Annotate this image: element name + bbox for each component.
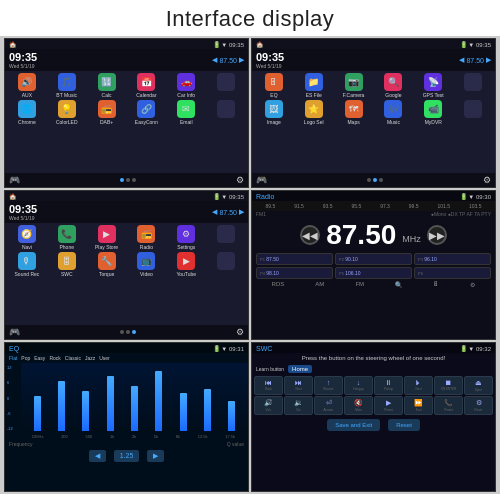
app-empty-5 [207,225,245,250]
preset-6[interactable]: P6 [414,267,491,279]
app-music[interactable]: 🎶Music [374,100,412,125]
screen-3: 🏠 🔋 ▼ 09:35 09:35 Wed 5/1/19 ◀87.50▶ 🧭Na… [4,190,249,340]
app-mydvr[interactable]: 📹MyDVR [414,100,452,125]
radio-next-btn[interactable]: ▶▶ [427,225,447,245]
swc-btn-prev[interactable]: ▶Preset [374,396,403,415]
app-gpstest[interactable]: 📡GPS Test [414,73,452,98]
preset-4[interactable]: P4 98.10 [256,267,333,279]
eq-mode-classic[interactable]: Classic [65,355,81,361]
app-email[interactable]: ✉Email [167,100,205,125]
eq-nav-prev[interactable]: ◀ [89,450,106,462]
swc-btn-answer[interactable]: ⏎Answer [314,396,343,415]
app-esfile[interactable]: 📁ES File [295,73,333,98]
swc-btn-play[interactable]: ⏵Next [404,376,433,395]
app-dab[interactable]: 📻DAB+ [88,100,126,125]
app-playstore[interactable]: ▶Play Store [88,225,126,250]
app-fcamera[interactable]: 📷F.Camera [335,73,373,98]
game-icon-1[interactable]: 🎮 [9,175,20,185]
preset-5[interactable]: P5 106.10 [335,267,412,279]
eq-content: 1260-6-12 [5,363,248,433]
app-maps[interactable]: 🗺Maps [335,100,373,125]
swc-btn-reset[interactable]: ⚙Reset [464,396,493,415]
game-icon-3[interactable]: 🎮 [9,327,20,337]
fm-3: ◀87.50▶ [212,208,244,216]
swc-btn-back[interactable]: ⏮Back [254,376,283,395]
swc-btn-eject[interactable]: ⏏Eject [464,376,493,395]
app-google[interactable]: 🔍Google [374,73,412,98]
swc-btn-onenter[interactable]: ⏹ON ENTER [434,376,463,395]
swc-save-exit-button[interactable]: Save and Exit [327,419,380,431]
swc-action-buttons: Save and Exit Reset [252,416,495,434]
settings-icon-2[interactable]: ⚙ [483,175,491,185]
eq-nav-value: 1.25 [114,450,140,462]
app-torque[interactable]: 🔧Torque [88,252,126,277]
app-empty-3 [454,73,492,98]
app-video[interactable]: 📺Video [127,252,165,277]
app-phone[interactable]: 📞Phone [48,225,86,250]
preset-1[interactable]: P1 87.50 [256,253,333,265]
app-settings[interactable]: ⚙Settings [167,225,205,250]
radio-title: Radio [256,193,274,200]
eq-mode-user[interactable]: User [99,355,110,361]
radio-freq-bar: 89.5 91.5 93.5 95.5 97.3 99.5 101.5 103.… [252,201,495,211]
app-colorled[interactable]: 💡ColorLED [48,100,86,125]
app-carinfo[interactable]: 🚗Car Info [167,73,205,98]
eq-mode-jazz[interactable]: Jazz [85,355,95,361]
app-calendar[interactable]: 📅Calendar [127,73,165,98]
preset-3[interactable]: P3 96.10 [414,253,491,265]
eq-bar-8k [180,393,187,431]
app-swc[interactable]: 🎛SWC [48,252,86,277]
eq-bar-2k [131,386,138,431]
radio-eq-icon[interactable]: ⚙ [470,281,475,288]
radio-search-icon[interactable]: 🔍 [395,281,402,288]
app-logoselect[interactable]: ⭐Logo Sel [295,100,333,125]
home-icon-1[interactable]: 🏠 [9,41,16,48]
radio-am[interactable]: AM [315,281,324,288]
app-calc[interactable]: 🔢Calc [88,73,126,98]
preset-2[interactable]: P2 90.10 [335,253,412,265]
swc-btn-next[interactable]: ⏭Next [284,376,313,395]
swc-btn-volup[interactable]: 🔊Vol+ [254,396,283,415]
eq-mode-flat[interactable]: Flat [9,355,17,361]
swc-btn-hangup[interactable]: ↓Hangup [344,376,373,395]
eq-mode-easy[interactable]: Easy [34,355,45,361]
swc-btn-mute[interactable]: 🔇Mute [344,396,373,415]
eq-freq-labels: 100Hz2005001k2k5k8k12.5k17.5k [19,433,248,440]
learn-home-button[interactable]: Home [288,365,312,373]
radio-settings-icon[interactable]: 🎚 [433,281,439,288]
swc-btn-preset[interactable]: 📞Preset [434,396,463,415]
radio-fm[interactable]: FM [355,281,364,288]
app-easyconnect[interactable]: 🔗EasyConn [127,100,165,125]
app-aux[interactable]: 🔊AUX [8,73,46,98]
eq-nav-next[interactable]: ▶ [147,450,164,462]
app-youtube[interactable]: ▶YouTube [167,252,205,277]
app-chrome[interactable]: 🌐Chrome [8,100,46,125]
app-soundrec[interactable]: 🎙Sound Rec [8,252,46,277]
settings-icon-3[interactable]: ⚙ [236,327,244,337]
swc-btn-browse[interactable]: ↑Browse [314,376,343,395]
app-grid-3: 🧭Navi 📞Phone ▶Play Store 📻Radio ⚙Setting… [5,223,248,279]
app-empty-4 [454,100,492,125]
radio-rds[interactable]: RDS [272,281,285,288]
app-eq[interactable]: 🎚EQ [255,73,293,98]
status-bar-1: 🏠 🔋 ▼ 09:35 [5,39,248,49]
settings-icon-1[interactable]: ⚙ [236,175,244,185]
home-icon-3[interactable]: 🏠 [9,193,16,200]
radio-prev-btn[interactable]: ◀◀ [300,225,320,245]
time-2: 09:35 [256,51,284,63]
game-icon-2[interactable]: 🎮 [256,175,267,185]
swc-btn-fwd[interactable]: ⏩Fwd [404,396,433,415]
eq-mode-pop[interactable]: Pop [21,355,30,361]
eq-mode-rock[interactable]: Rock [49,355,60,361]
app-btmusic[interactable]: 🎵BT Music [48,73,86,98]
status-bar-5: EQ 🔋 ▼ 09:31 [5,343,248,353]
swc-btn-voldown[interactable]: 🔉Vol- [284,396,313,415]
date-2: Wed 5/1/19 [256,63,284,69]
home-icon-2[interactable]: 🏠 [256,41,263,48]
swc-btn-pickup[interactable]: ⏸Pickup [374,376,403,395]
app-radio[interactable]: 📻Radio [127,225,165,250]
swc-reset-button[interactable]: Reset [388,419,420,431]
bottom-bar-2: 🎮 ⚙ [252,173,495,187]
app-image[interactable]: 🖼Image [255,100,293,125]
app-navi[interactable]: 🧭Navi [8,225,46,250]
